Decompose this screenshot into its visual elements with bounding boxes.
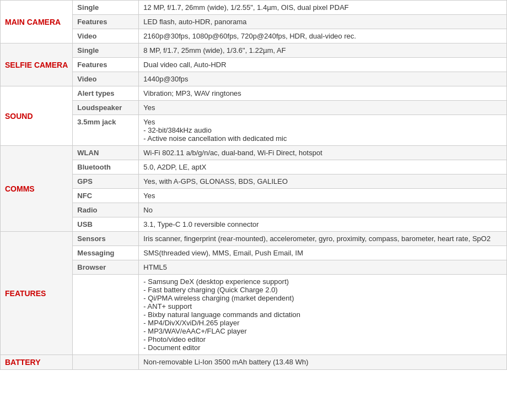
subcategory-cell: Bluetooth [73, 160, 139, 174]
value-cell: 2160p@30fps, 1080p@60fps, 720p@240fps, H… [139, 29, 507, 43]
table-row: BATTERYNon-removable Li-Ion 3500 mAh bat… [1, 355, 507, 370]
value-cell: Dual video call, Auto-HDR [139, 58, 507, 72]
table-row: SELFIE CAMERASingle8 MP, f/1.7, 25mm (wi… [1, 43, 507, 58]
specs-table: MAIN CAMERASingle12 MP, f/1.7, 26mm (wid… [0, 0, 507, 370]
subcategory-cell [73, 275, 139, 355]
value-cell: 5.0, A2DP, LE, aptX [139, 160, 507, 174]
table-row: FeaturesDual video call, Auto-HDR [1, 58, 507, 72]
value-cell: HTML5 [139, 260, 507, 275]
category-cell: SOUND [1, 86, 73, 146]
table-row: GPSYes, with A-GPS, GLONASS, BDS, GALILE… [1, 174, 507, 189]
subcategory-cell: Video [73, 29, 139, 43]
subcategory-cell: Single [73, 43, 139, 58]
category-cell: SELFIE CAMERA [1, 43, 73, 86]
subcategory-cell: Messaging [73, 246, 139, 260]
table-row: MAIN CAMERASingle12 MP, f/1.7, 26mm (wid… [1, 1, 507, 15]
value-cell: Non-removable Li-Ion 3500 mAh battery (1… [139, 355, 507, 370]
subcategory-cell: Radio [73, 203, 139, 217]
table-row: Samsung DeX (desktop experience support)… [1, 275, 507, 355]
table-row: 3.5mm jackYes32-bit/384kHz audioActive n… [1, 115, 507, 146]
table-row: LoudspeakerYes [1, 101, 507, 115]
subcategory-cell: Features [73, 58, 139, 72]
subcategory-cell: 3.5mm jack [73, 115, 139, 146]
subcategory-cell: Video [73, 72, 139, 86]
value-cell: Iris scanner, fingerprint (rear-mounted)… [139, 232, 507, 246]
value-cell: Yes, with A-GPS, GLONASS, BDS, GALILEO [139, 174, 507, 189]
table-row: MessagingSMS(threaded view), MMS, Email,… [1, 246, 507, 260]
category-cell: COMMS [1, 146, 73, 232]
value-cell: Yes32-bit/384kHz audioActive noise cance… [139, 115, 507, 146]
value-cell: No [139, 203, 507, 217]
value-cell: 8 MP, f/1.7, 25mm (wide), 1/3.6", 1.22µm… [139, 43, 507, 58]
subcategory-cell: Browser [73, 260, 139, 275]
table-row: Video2160p@30fps, 1080p@60fps, 720p@240f… [1, 29, 507, 43]
table-row: COMMSWLANWi-Fi 802.11 a/b/g/n/ac, dual-b… [1, 146, 507, 160]
subcategory-cell: WLAN [73, 146, 139, 160]
value-cell: 3.1, Type-C 1.0 reversible connector [139, 217, 507, 232]
table-row: NFCYes [1, 189, 507, 203]
table-row: BrowserHTML5 [1, 260, 507, 275]
value-cell: Samsung DeX (desktop experience support)… [139, 275, 507, 355]
value-cell: Vibration; MP3, WAV ringtones [139, 86, 507, 101]
table-row: USB3.1, Type-C 1.0 reversible connector [1, 217, 507, 232]
category-cell: BATTERY [1, 355, 73, 370]
subcategory-cell: NFC [73, 189, 139, 203]
table-row: Video1440p@30fps [1, 72, 507, 86]
value-cell: 1440p@30fps [139, 72, 507, 86]
category-cell: MAIN CAMERA [1, 1, 73, 43]
table-row: Bluetooth5.0, A2DP, LE, aptX [1, 160, 507, 174]
subcategory-cell: Features [73, 15, 139, 29]
subcategory-cell: Single [73, 1, 139, 15]
value-cell: LED flash, auto-HDR, panorama [139, 15, 507, 29]
table-row: FeaturesLED flash, auto-HDR, panorama [1, 15, 507, 29]
subcategory-cell: GPS [73, 174, 139, 189]
table-row: SOUNDAlert typesVibration; MP3, WAV ring… [1, 86, 507, 101]
subcategory-cell: Sensors [73, 232, 139, 246]
table-row: RadioNo [1, 203, 507, 217]
category-cell: FEATURES [1, 232, 73, 355]
value-cell: Wi-Fi 802.11 a/b/g/n/ac, dual-band, Wi-F… [139, 146, 507, 160]
table-row: FEATURESSensorsIris scanner, fingerprint… [1, 232, 507, 246]
subcategory-cell: USB [73, 217, 139, 232]
subcategory-cell: Alert types [73, 86, 139, 101]
value-cell: SMS(threaded view), MMS, Email, Push Ema… [139, 246, 507, 260]
subcategory-cell [73, 355, 139, 370]
value-cell: Yes [139, 189, 507, 203]
value-cell: 12 MP, f/1.7, 26mm (wide), 1/2.55", 1.4µ… [139, 1, 507, 15]
subcategory-cell: Loudspeaker [73, 101, 139, 115]
value-cell: Yes [139, 101, 507, 115]
